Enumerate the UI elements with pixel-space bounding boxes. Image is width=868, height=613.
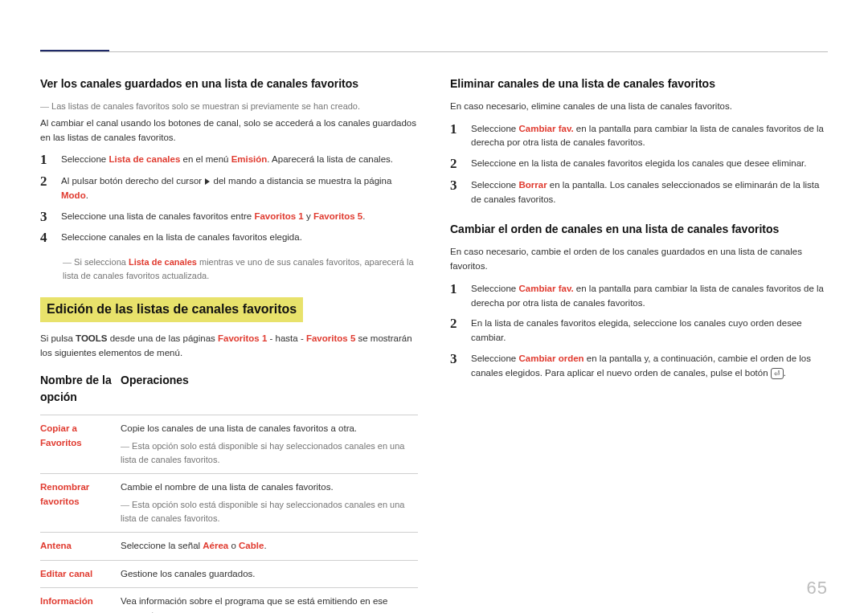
opt-desc: Copie los canales de una lista de canale…: [121, 415, 418, 473]
step-row: 2 Al pulsar botón derecho del cursor del…: [40, 174, 418, 203]
step-body: Al pulsar botón derecho del cursor del m…: [61, 174, 418, 203]
step-number: 3: [450, 178, 461, 194]
options-table: Nombre de la opción Operaciones Copiar a…: [40, 369, 418, 613]
enter-icon: ⏎: [771, 368, 784, 379]
para-reorder: En caso necesario, cambie el orden de lo…: [450, 245, 828, 274]
step-row: 3 Seleccione Cambiar orden en la pantall…: [450, 352, 828, 381]
right-column: Eliminar canales de una lista de canales…: [450, 72, 828, 613]
step-number: 1: [450, 282, 461, 297]
step-body: Seleccione canales en la lista de canale…: [61, 231, 418, 245]
opt-desc: Cambie el nombre de una lista de canales…: [121, 473, 418, 532]
step-number: 1: [450, 122, 461, 137]
note-after-steps: Si selecciona Lista de canales mientras …: [63, 255, 418, 283]
page-root: Ver los canales guardados en una lista d…: [0, 0, 868, 613]
step-body: Seleccione Cambiar fav. en la pantalla p…: [471, 122, 828, 151]
opt-desc: Vea información sobre el programa que se…: [121, 588, 418, 613]
opt-name: Antena: [40, 541, 72, 550]
header-rule: [40, 51, 828, 52]
table-row: Editar canal Gestione los canales guarda…: [40, 560, 418, 588]
cursor-right-icon: [205, 178, 210, 185]
note-prior-create: Las listas de canales favoritos solo se …: [40, 100, 418, 113]
para-channel-buttons: Al cambiar el canal usando los botones d…: [40, 116, 418, 145]
step-body: Seleccione Lista de canales en el menú E…: [61, 153, 418, 167]
step-number: 2: [450, 317, 461, 332]
step-number: 2: [40, 174, 51, 190]
heading-reorder: Cambiar el orden de canales en una lista…: [450, 221, 828, 239]
opt-name: Editar canal: [40, 569, 92, 578]
left-column: Ver los canales guardados en una lista d…: [40, 72, 418, 613]
table-row: Renombrar favoritos Cambie el nombre de …: [40, 473, 418, 532]
step-row: 2 En la lista de canales favoritos elegi…: [450, 317, 828, 345]
opt-name: Copiar a Favoritos: [40, 423, 82, 447]
step-body: Seleccione una lista de canales favorito…: [61, 210, 418, 224]
heading-edit-highlight: Edición de las listas de canales favorit…: [40, 297, 303, 322]
view-steps: 1 Seleccione Lista de canales en el menú…: [40, 153, 418, 246]
page-number: 65: [807, 578, 828, 599]
step-number: 2: [450, 157, 461, 172]
step-number: 4: [40, 231, 51, 246]
step-row: 3 Seleccione Borrar en la pantalla. Los …: [450, 178, 828, 207]
opt-name: Información: [40, 596, 93, 606]
step-body: Seleccione Borrar en la pantalla. Los ca…: [471, 178, 828, 207]
step-row: 2 Seleccione en la lista de canales favo…: [450, 157, 828, 172]
delete-steps: 1 Seleccione Cambiar fav. en la pantalla…: [450, 122, 828, 207]
table-row: Copiar a Favoritos Copie los canales de …: [40, 415, 418, 473]
opt-name: Renombrar favoritos: [40, 482, 89, 506]
step-body: Seleccione en la lista de canales favori…: [471, 157, 828, 171]
reorder-steps: 1 Seleccione Cambiar fav. en la pantalla…: [450, 282, 828, 381]
table-row: Antena Seleccione la señal Aérea o Cable…: [40, 532, 418, 560]
step-number: 3: [40, 210, 51, 225]
step-row: 1 Seleccione Cambiar fav. en la pantalla…: [450, 122, 828, 151]
opt-desc: Gestione los canales guardados.: [121, 560, 418, 588]
step-number: 1: [40, 153, 51, 168]
step-body: Seleccione Cambiar orden en la pantalla …: [471, 352, 828, 381]
step-number: 3: [450, 352, 461, 367]
step-row: 4 Seleccione canales en la lista de cana…: [40, 231, 418, 246]
step-row: 3 Seleccione una lista de canales favori…: [40, 210, 418, 225]
th-operations: Operaciones: [121, 369, 418, 415]
step-row: 1 Seleccione Lista de canales en el menú…: [40, 153, 418, 168]
table-row: Información Vea información sobre el pro…: [40, 588, 418, 613]
para-delete: En caso necesario, elimine canales de un…: [450, 100, 828, 114]
step-row: 1 Seleccione Cambiar fav. en la pantalla…: [450, 282, 828, 311]
th-option-name: Nombre de la opción: [40, 369, 121, 415]
para-tools: Si pulsa TOOLS desde una de las páginas …: [40, 332, 418, 361]
step-body: Seleccione Cambiar fav. en la pantalla p…: [471, 282, 828, 311]
opt-desc: Seleccione la señal Aérea o Cable.: [121, 532, 418, 560]
step-body: En la lista de canales favoritos elegida…: [471, 317, 828, 345]
heading-delete: Eliminar canales de una lista de canales…: [450, 76, 828, 93]
columns: Ver los canales guardados en una lista d…: [40, 18, 828, 613]
heading-view-favorites: Ver los canales guardados en una lista d…: [40, 76, 418, 93]
